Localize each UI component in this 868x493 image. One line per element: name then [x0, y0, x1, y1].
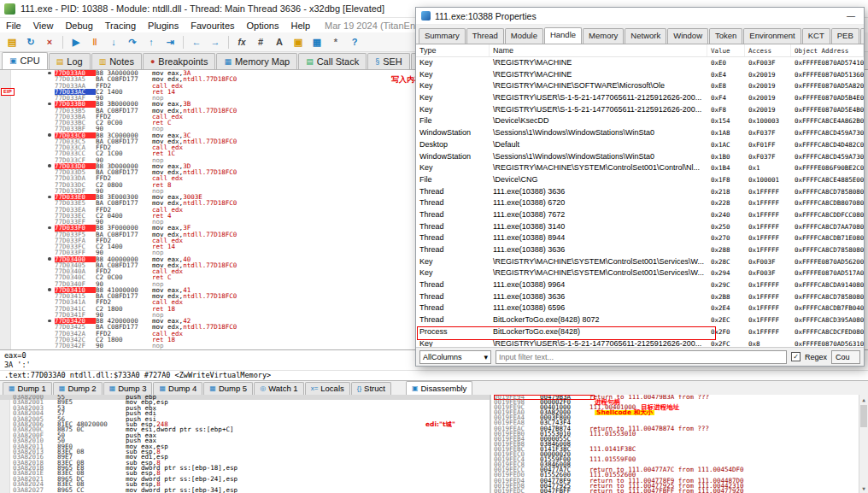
stack-pane[interactable]: 0019FE9400479B3Areturn to 111.00479B3A f… [491, 395, 868, 493]
scroll-down-icon[interactable]: ▼ [859, 484, 868, 493]
tab-memoryscan[interactable]: MemoryScan [860, 28, 864, 44]
tab-handle[interactable]: Handle [544, 27, 582, 44]
column-header-object-address[interactable]: Object Address [791, 44, 864, 56]
table-row[interactable]: ThreadBitLockerToGo.exe(8428) 80720x2EC0… [416, 314, 864, 326]
scroll-up-icon[interactable]: ▲ [859, 395, 868, 404]
handle-name-cell: 111.exe(10388) 7672 [490, 209, 707, 221]
column-header-value[interactable]: Value [707, 44, 745, 56]
close-icon[interactable]: × [41, 34, 58, 50]
columns-dropdown[interactable]: AllColumns ▾ [419, 350, 491, 364]
tab-notes[interactable]: ▥Notes [91, 53, 142, 69]
table-row[interactable]: Key\REGISTRY\MACHINE0xE40x200190xFFFFE08… [416, 69, 864, 81]
tab-breakpoints[interactable]: ●Breakpoints [143, 53, 216, 69]
step-out-icon[interactable]: ↑ [143, 34, 160, 50]
table-row[interactable]: Thread111.exe(10388) 36360x2880x1FFFFF0x… [416, 244, 864, 256]
run-to-cursor-icon[interactable]: ⇥ [161, 34, 179, 50]
scrollbar-thumb[interactable] [860, 405, 867, 427]
tab-peb[interactable]: PEB [831, 28, 859, 44]
windows-icon[interactable]: ▦ [308, 34, 326, 50]
tab-environment[interactable]: Environment [743, 28, 801, 44]
open-file-icon[interactable]: ▤ [3, 34, 21, 50]
tab-dump-3[interactable]: ▦Dump 3 [103, 382, 153, 395]
table-row[interactable]: Key\REGISTRY\MACHINE\SYSTEM\ControlSet00… [416, 267, 864, 279]
tab-log[interactable]: ▤Log [49, 53, 91, 69]
table-row[interactable]: Thread111.exe(10388) 76720x2400x1FFFFF0x… [416, 209, 864, 221]
table-row[interactable]: Key\REGISTRY\MACHINE\SOFTWARE\Microsoft\… [416, 80, 864, 92]
back-icon[interactable]: ← [188, 34, 205, 50]
table-row[interactable]: Key\REGISTRY\USER\S-1-5-21-1477065611-21… [416, 104, 864, 116]
table-row[interactable]: Thread111.exe(10388) 36360x2180x1FFFFF0x… [416, 186, 864, 198]
tab-module[interactable]: Module [505, 28, 543, 44]
patches-icon[interactable]: ▣ [290, 34, 307, 50]
settings-icon[interactable]: * [327, 34, 344, 50]
tab-disassembly[interactable]: ▣Disassembly [406, 381, 472, 395]
column-header-name[interactable]: Name [490, 44, 707, 56]
tab-thread[interactable]: Thread [466, 28, 504, 44]
menu-item-debug[interactable]: Debug [59, 20, 98, 32]
menu-item-plugins[interactable]: Plugins [142, 20, 185, 32]
tab-call-stack[interactable]: ▤Call Stack [298, 53, 367, 69]
menu-item-help[interactable]: Help [284, 20, 316, 32]
pause-icon[interactable]: ‖ [86, 34, 103, 50]
stack-scrollbar[interactable]: ▲ ▼ [859, 395, 868, 493]
table-row[interactable]: Thread111.exe(10388) 36360x2B80x1FFFFF0x… [416, 291, 864, 303]
table-row[interactable]: Key\REGISTRY\MACHINE\SYSTEM\ControlSet00… [416, 162, 864, 174]
tab-watch-1[interactable]: ◎Watch 1 [254, 382, 303, 395]
table-row[interactable]: Key\REGISTRY\MACHINE\SYSTEM\ControlSet00… [416, 256, 864, 268]
tab-cpu[interactable]: ▣CPU [2, 52, 48, 69]
table-row[interactable]: Key\REGISTRY\USER\S-1-5-21-1477065611-21… [416, 338, 864, 348]
table-row[interactable]: File\Device\KsecDD0x1540x1000030xFFFFCA8… [416, 115, 864, 127]
tab-memory-map[interactable]: ▦Memory Map [216, 53, 297, 69]
tab-struct[interactable]: {}Struct [351, 382, 391, 395]
table-row[interactable]: WindowStation\Sessions\1\Windows\WindowS… [416, 127, 864, 139]
table-row[interactable]: Desktop\Default0x1AC0xF01FF0xFFFFCA8CD4D… [416, 139, 864, 151]
tab-summary[interactable]: Summary [419, 28, 466, 44]
help-icon[interactable]: ? [346, 34, 363, 50]
menu-item-tracing[interactable]: Tracing [99, 20, 142, 32]
fx-icon[interactable]: fx [233, 34, 250, 50]
tab-seh[interactable]: §SEH [367, 53, 410, 69]
tab-dump-4[interactable]: ▦Dump 4 [153, 382, 202, 395]
disasm-row[interactable]: 03A820278965 CCmov dword ptr ss:[ebp-34]… [0, 488, 490, 493]
menu-item-view[interactable]: View [27, 20, 60, 32]
count-button[interactable]: Cou [831, 350, 860, 364]
tab-locals[interactable]: x=Locals [305, 382, 350, 395]
hash-icon[interactable]: # [252, 34, 269, 50]
forward-icon[interactable]: → [207, 34, 224, 50]
table-row[interactable]: Key\REGISTRY\USER\S-1-5-21-1477065611-21… [416, 92, 864, 104]
table-row[interactable]: Thread111.exe(10388) 31400x2500x1FFFFF0x… [416, 221, 864, 233]
table-row[interactable]: Thread111.exe(10388) 99640x29C0x1FFFFF0x… [416, 279, 864, 291]
menu-item-favourites[interactable]: Favourites [185, 20, 240, 32]
tab-kct[interactable]: KCT [802, 28, 830, 44]
table-row[interactable]: Thread111.exe(10388) 67200x2280x1FFFFF0x… [416, 197, 864, 209]
step-over-icon[interactable]: ↷ [124, 34, 141, 50]
table-row[interactable]: Thread111.exe(10388) 65960x2E40x1FFFFF0x… [416, 302, 864, 314]
bottom-disassembly-pane[interactable]: 03A8200055push ebp03A8200189E5mov ebp,es… [0, 395, 491, 493]
minimize-button[interactable]: — [838, 11, 864, 21]
menu-item-file[interactable]: File [0, 20, 27, 32]
tab-memory[interactable]: Memory [583, 28, 624, 44]
step-into-icon[interactable]: ↓ [105, 34, 122, 50]
filter-input[interactable] [496, 350, 787, 364]
tab-token[interactable]: Token [709, 28, 742, 44]
tab-dump-2[interactable]: ▦Dump 2 [53, 382, 103, 395]
table-row[interactable]: File\Device\CNG0x1F80x1000010xFFFFCA8CE4… [416, 174, 864, 186]
restart-icon[interactable]: ↻ [22, 34, 39, 50]
table-row[interactable]: ProcessBitLockerToGo.exe(8428)0x2F00x1FF… [416, 326, 864, 338]
handle-access-cell: 0x20019 [745, 80, 791, 92]
table-row[interactable]: WindowStation\Sessions\1\Windows\WindowS… [416, 151, 864, 163]
column-header-type[interactable]: Type [416, 44, 490, 56]
run-icon[interactable]: ▶ [67, 34, 85, 50]
instruction-cell: call edx [152, 83, 391, 89]
regex-checkbox[interactable]: ✓ [791, 352, 801, 361]
column-header-access[interactable]: Access [745, 44, 791, 56]
tab-dump-1[interactable]: ▦Dump 1 [3, 382, 52, 395]
properties-title-bar[interactable]: 111.exe:10388 Properties — [416, 8, 864, 25]
font-icon[interactable]: A [271, 34, 288, 50]
table-row[interactable]: Key\REGISTRY\MACHINE0xE00xF003F0xFFFFE08… [416, 57, 864, 69]
tab-window[interactable]: Window [667, 28, 708, 44]
table-row[interactable]: Thread111.exe(10388) 89440x2700x1FFFFF0x… [416, 232, 864, 244]
tab-dump-5[interactable]: ▦Dump 5 [203, 382, 253, 395]
tab-network[interactable]: Network [625, 28, 666, 44]
menu-item-options[interactable]: Options [241, 20, 285, 32]
